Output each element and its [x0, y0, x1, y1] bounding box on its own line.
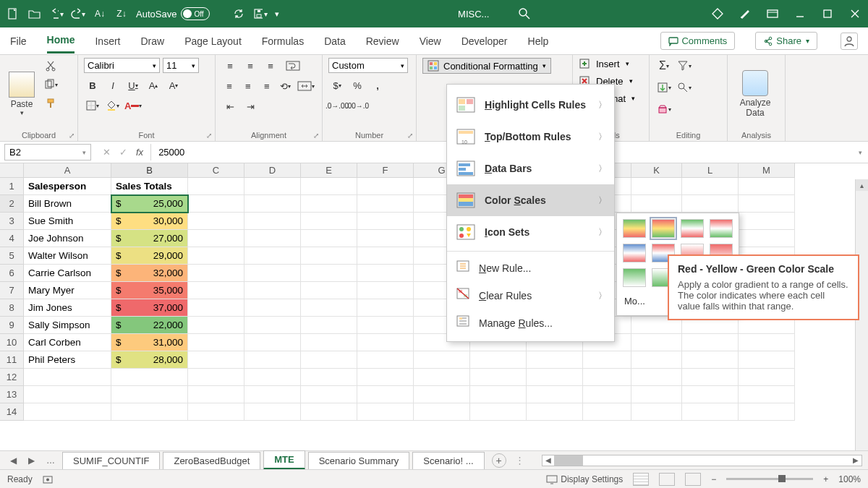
zoom-slider[interactable]: [726, 478, 813, 480]
normal-view-icon[interactable]: [633, 473, 649, 486]
cell[interactable]: [244, 317, 301, 334]
col-header-E[interactable]: E: [301, 163, 357, 178]
underline-icon[interactable]: U▾: [124, 77, 142, 93]
tab-data[interactable]: Data: [324, 30, 346, 53]
cell[interactable]: Carl Corben: [24, 334, 111, 351]
row-header[interactable]: 9: [0, 317, 24, 334]
cancel-formula-icon[interactable]: ✕: [103, 147, 111, 158]
colorscale-swatch[interactable]: [710, 219, 733, 238]
decrease-decimal-icon[interactable]: .00→.0: [349, 98, 366, 114]
colorscale-swatch[interactable]: [623, 268, 646, 287]
number-launcher-icon[interactable]: ⤢: [407, 132, 413, 140]
cell[interactable]: [583, 403, 631, 421]
cell[interactable]: [739, 178, 795, 195]
tab-developer[interactable]: Developer: [461, 30, 508, 53]
autosave-toggle[interactable]: AutoSave Off: [136, 7, 224, 20]
cell[interactable]: [188, 213, 244, 230]
col-header-C[interactable]: C: [188, 163, 244, 178]
sheet-tab[interactable]: ZeroBasedBudget: [163, 452, 260, 469]
align-center-icon[interactable]: ≡: [240, 78, 256, 94]
font-size-combo[interactable]: 11▾: [163, 58, 199, 73]
cell[interactable]: [24, 386, 111, 403]
scroll-up-icon[interactable]: ▴: [856, 179, 868, 191]
cell[interactable]: [24, 369, 111, 386]
cell[interactable]: [631, 351, 682, 369]
row-header[interactable]: 12: [0, 369, 24, 386]
cell[interactable]: $25,000: [111, 195, 188, 213]
cell[interactable]: [739, 351, 795, 369]
cell[interactable]: [357, 369, 414, 386]
decrease-font-icon[interactable]: A▾: [165, 77, 182, 93]
cell[interactable]: [244, 247, 301, 265]
bold-icon[interactable]: B: [84, 77, 101, 93]
merge-icon[interactable]: ▾: [297, 78, 316, 94]
enter-formula-icon[interactable]: ✓: [119, 147, 127, 158]
cell[interactable]: [357, 265, 414, 282]
border-icon[interactable]: ▾: [84, 98, 101, 114]
cell[interactable]: [631, 403, 682, 421]
align-bottom-icon[interactable]: ≡: [262, 58, 279, 74]
cell[interactable]: [244, 369, 301, 386]
cell[interactable]: $32,000: [111, 265, 188, 282]
cell[interactable]: [188, 369, 244, 386]
cell[interactable]: [301, 299, 357, 317]
page-layout-view-icon[interactable]: [659, 473, 675, 486]
formula-expand-icon[interactable]: ▾: [853, 149, 868, 156]
cell[interactable]: Sales Totals: [111, 178, 188, 195]
font-family-combo[interactable]: Calibri▾: [84, 58, 160, 73]
sheet-tab[interactable]: SUMIF_COUNTIF: [62, 452, 160, 469]
cell[interactable]: [301, 351, 357, 369]
tab-formulas[interactable]: Formulas: [262, 30, 304, 53]
cell[interactable]: [470, 386, 527, 403]
tab-draw[interactable]: Draw: [140, 30, 164, 53]
add-sheet-button[interactable]: +: [492, 453, 506, 468]
qat-overflow-icon[interactable]: ▾: [275, 9, 279, 19]
align-left-icon[interactable]: ≡: [221, 78, 237, 94]
cell[interactable]: [301, 317, 357, 334]
percent-icon[interactable]: %: [349, 77, 366, 93]
cell[interactable]: [631, 334, 682, 351]
undo-icon[interactable]: ▾: [49, 7, 64, 21]
col-header-L[interactable]: L: [682, 163, 739, 178]
cell[interactable]: $35,000: [111, 282, 188, 299]
row-header[interactable]: 4: [0, 230, 24, 247]
col-header-D[interactable]: D: [244, 163, 301, 178]
orientation-icon[interactable]: ⟲▾: [278, 78, 294, 94]
italic-icon[interactable]: I: [104, 77, 122, 93]
fill-icon[interactable]: ▾: [655, 80, 673, 95]
colorscale-swatch[interactable]: [623, 219, 646, 238]
row-header[interactable]: 8: [0, 299, 24, 317]
cell[interactable]: [682, 351, 739, 369]
sheet-tab[interactable]: Scenario! ...: [412, 452, 484, 469]
cell[interactable]: [188, 178, 244, 195]
align-top-icon[interactable]: ≡: [221, 58, 239, 74]
row-header[interactable]: 13: [0, 386, 24, 403]
cell[interactable]: [527, 386, 583, 403]
sync-icon[interactable]: [231, 7, 246, 21]
cell[interactable]: [631, 369, 682, 386]
row-header[interactable]: 14: [0, 403, 24, 421]
select-all-corner[interactable]: [0, 163, 24, 178]
col-header-M[interactable]: M: [739, 163, 795, 178]
currency-icon[interactable]: $▾: [328, 77, 346, 93]
colorscale-swatch[interactable]: [623, 244, 646, 262]
cell[interactable]: [188, 351, 244, 369]
cell[interactable]: [583, 351, 631, 369]
sort-desc-icon[interactable]: Z↓: [114, 7, 129, 21]
cell[interactable]: [301, 195, 357, 213]
fx-icon[interactable]: fx: [136, 147, 143, 158]
analyze-data-button[interactable]: Analyze Data: [733, 58, 777, 129]
cell[interactable]: [188, 334, 244, 351]
cell[interactable]: Mary Myer: [24, 282, 111, 299]
cell[interactable]: Sue Smith: [24, 213, 111, 230]
row-header[interactable]: 2: [0, 195, 24, 213]
colorscale-swatch[interactable]: [681, 219, 704, 238]
cell[interactable]: [739, 213, 795, 230]
cell[interactable]: $22,000: [111, 317, 188, 334]
cell[interactable]: [301, 369, 357, 386]
cell[interactable]: $30,000: [111, 213, 188, 230]
cell[interactable]: [357, 230, 414, 247]
cell[interactable]: [414, 386, 470, 403]
cell[interactable]: [188, 195, 244, 213]
row-header[interactable]: 11: [0, 351, 24, 369]
